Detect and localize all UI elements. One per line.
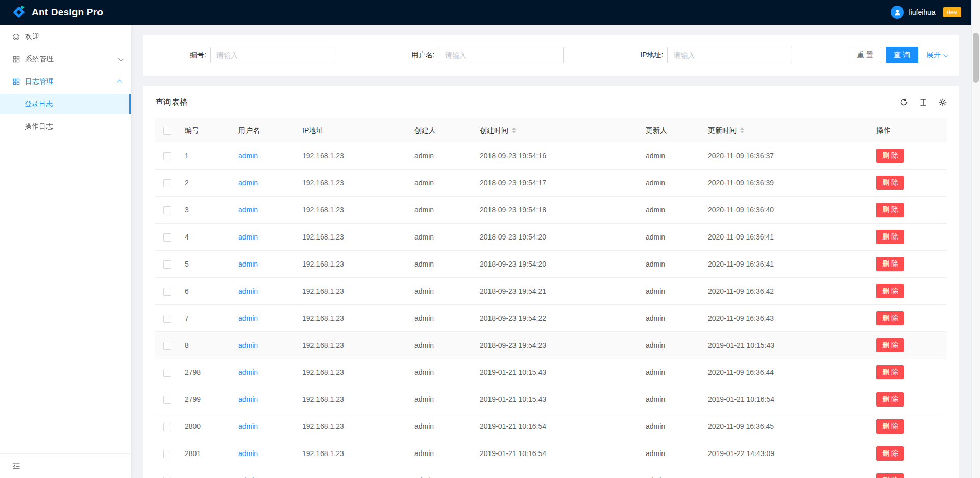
row-checkbox[interactable] — [163, 233, 172, 242]
sidebar-item-system-management[interactable]: 系统管理 — [0, 49, 131, 69]
row-checkbox[interactable] — [163, 315, 172, 323]
delete-button[interactable]: 删 除 — [876, 149, 904, 163]
username-link[interactable]: admin — [238, 314, 258, 322]
delete-button[interactable]: 删 除 — [876, 473, 904, 478]
chevron-up-icon — [117, 80, 122, 85]
sidebar-item-log-management[interactable]: 日志管理 — [0, 71, 131, 92]
table-row: 2798 admin 192.168.1.23 admin 2019-01-21… — [155, 359, 947, 386]
row-checkbox[interactable] — [163, 450, 172, 458]
delete-button[interactable]: 删 除 — [876, 338, 904, 352]
cell-create-time: 2018-09-23 19:54:20 — [476, 251, 642, 278]
row-checkbox[interactable] — [163, 206, 172, 214]
delete-button[interactable]: 删 除 — [876, 203, 904, 217]
cell-create-time: 2019-01-21 10:15:43 — [476, 386, 642, 413]
logo-area[interactable]: Ant Design Pro — [11, 5, 103, 20]
row-checkbox[interactable] — [163, 152, 172, 160]
row-checkbox[interactable] — [163, 369, 172, 377]
cell-create-time: 2018-09-23 19:54:20 — [476, 224, 642, 251]
cell-creator: admin — [410, 170, 476, 197]
id-input[interactable] — [210, 47, 335, 63]
delete-button[interactable]: 删 除 — [876, 257, 904, 271]
username-link[interactable]: admin — [238, 260, 258, 268]
filter-item-id: 编号: — [155, 47, 384, 63]
username-input[interactable] — [439, 47, 564, 63]
menu-fold-icon[interactable] — [12, 462, 20, 470]
filter-label-username: 用户名: — [384, 51, 435, 60]
cell-update-time: 2019-01-22 14:43:09 — [704, 440, 872, 467]
sort-icon[interactable] — [740, 127, 744, 133]
ip-input[interactable] — [667, 47, 792, 63]
cell-create-time: 2018-09-23 19:54:17 — [476, 170, 642, 197]
expand-toggle[interactable]: 展开 — [926, 51, 947, 60]
sort-icon[interactable] — [512, 127, 516, 133]
row-checkbox[interactable] — [163, 342, 172, 350]
user-name[interactable]: liufeihua — [909, 8, 935, 16]
setting-icon[interactable] — [939, 98, 947, 106]
table-title: 查询表格 — [155, 94, 188, 110]
column-header-update-time[interactable]: 更新时间 — [704, 118, 872, 142]
cell-ip-address: 192.168.1.23 — [298, 197, 410, 224]
delete-button[interactable]: 删 除 — [876, 311, 904, 325]
reload-icon[interactable] — [900, 98, 908, 106]
username-link[interactable]: admin — [238, 368, 258, 376]
column-height-icon[interactable] — [919, 98, 927, 106]
cell-updater: admin — [642, 142, 704, 170]
cell-ip-address: 192.168.1.23 — [298, 278, 410, 305]
chevron-down-icon — [943, 52, 948, 57]
username-link[interactable]: admin — [238, 449, 258, 458]
header-user-area[interactable]: liufeihua dev — [891, 6, 961, 19]
user-avatar[interactable] — [891, 6, 904, 19]
username-link[interactable]: admin — [238, 233, 258, 241]
sidebar-item-welcome[interactable]: 欢迎 — [0, 27, 131, 47]
cell-updater: admin — [642, 278, 704, 305]
delete-button[interactable]: 删 除 — [876, 230, 904, 244]
delete-button[interactable]: 删 除 — [876, 446, 904, 461]
delete-button[interactable]: 删 除 — [876, 419, 904, 434]
sidebar-item-label: 欢迎 — [25, 32, 39, 41]
filter-form: 编号: 用户名: IP地址: — [155, 47, 841, 63]
select-all-checkbox[interactable] — [163, 127, 172, 135]
cell-id: 2 — [181, 170, 234, 197]
reset-button[interactable]: 重 置 — [849, 47, 881, 63]
cell-creator: admin — [410, 305, 476, 332]
username-link[interactable]: admin — [238, 152, 258, 160]
username-link[interactable]: admin — [238, 341, 258, 349]
delete-button[interactable]: 删 除 — [876, 176, 904, 190]
cell-ip-address: 192.168.1.23 — [298, 413, 410, 440]
username-link[interactable]: admin — [238, 179, 258, 187]
delete-button[interactable]: 删 除 — [876, 365, 904, 379]
column-header-create-time[interactable]: 创建时间 — [476, 118, 642, 142]
expand-label: 展开 — [926, 51, 941, 60]
page-scrollbar-thumb[interactable] — [973, 33, 979, 83]
table-row: 2801 admin 192.168.1.23 admin 2019-01-21… — [155, 440, 947, 467]
table-header-row: 编号 用户名 IP地址 创建人 创建时间 更新人 更新时间 — [155, 118, 947, 142]
cell-creator: admin — [410, 467, 476, 478]
row-checkbox[interactable] — [163, 260, 172, 269]
page-scrollbar-track[interactable] — [971, 0, 980, 478]
row-checkbox[interactable] — [163, 423, 172, 431]
delete-button[interactable]: 删 除 — [876, 392, 904, 407]
cell-id: 2801 — [181, 440, 234, 467]
row-checkbox[interactable] — [163, 288, 172, 296]
sidebar-item-login-log[interactable]: 登录日志 — [0, 94, 131, 114]
username-link[interactable]: admin — [238, 395, 258, 403]
delete-button[interactable]: 删 除 — [876, 284, 904, 298]
toolbar-icons — [900, 98, 947, 106]
cell-ip-address: 192.168.1.23 — [298, 359, 410, 386]
row-checkbox[interactable] — [163, 179, 172, 187]
username-link[interactable]: admin — [238, 287, 258, 295]
cell-id: 3 — [181, 197, 234, 224]
cell-ip-address: 192.168.1.23 — [298, 386, 410, 413]
cell-updater: admin — [642, 386, 704, 413]
sidebar-footer — [0, 453, 131, 478]
cell-id: 2800 — [181, 413, 234, 440]
filter-item-ip: IP地址: — [612, 47, 841, 63]
sidebar-item-operation-log[interactable]: 操作日志 — [0, 116, 131, 137]
cell-ip-address: 192.168.1.23 — [298, 305, 410, 332]
cell-updater: admin — [642, 359, 704, 386]
search-button[interactable]: 查 询 — [886, 47, 918, 63]
username-link[interactable]: admin — [238, 422, 258, 431]
username-link[interactable]: admin — [238, 206, 258, 214]
row-checkbox[interactable] — [163, 396, 172, 404]
app-title: Ant Design Pro — [32, 7, 103, 18]
